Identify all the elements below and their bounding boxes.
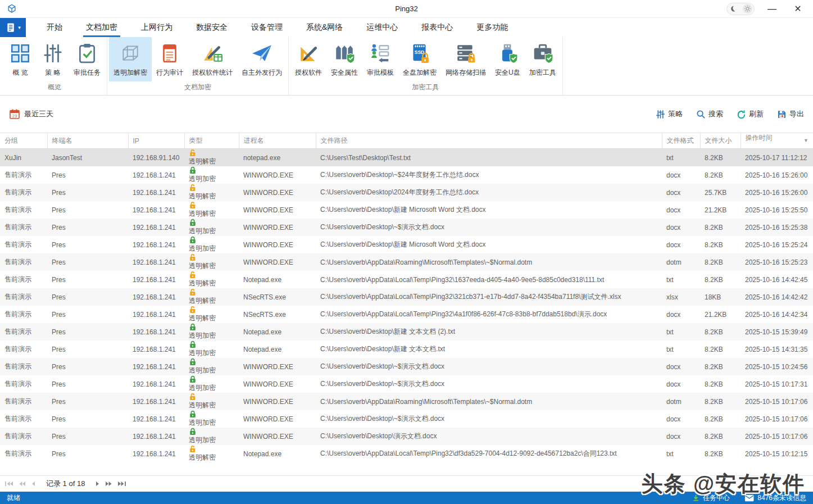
ribbon-item-approval-template[interactable]: 审批模板	[362, 37, 398, 81]
search-button[interactable]: 搜索	[696, 109, 723, 119]
cell-group: 售前演示	[0, 393, 47, 410]
column-header-7[interactable]: 文件大小	[700, 133, 741, 149]
table-row[interactable]: 售前演示Pres192.168.1.241透明加密WINWORD.EXEC:\U…	[0, 236, 813, 253]
pager-last-button[interactable]	[117, 481, 126, 487]
fence-shield-icon	[334, 43, 355, 64]
column-header-6[interactable]: 文件格式	[662, 133, 700, 149]
column-header-2[interactable]: IP	[128, 133, 184, 149]
table-row[interactable]: 售前演示Pres192.168.1.241透明加密WINWORD.EXEC:\U…	[0, 166, 813, 184]
ribbon-group-label: 加密工具	[290, 81, 561, 95]
table-row[interactable]: 售前演示Pres192.168.1.241透明加密Notepad.exeC:\U…	[0, 323, 813, 340]
table-row[interactable]: 售前演示Pres192.168.1.241透明加密WINWORD.EXEC:\U…	[0, 410, 813, 428]
cell-type: 透明加密	[184, 323, 239, 340]
column-header-3[interactable]: 类型	[184, 133, 239, 149]
cell-time: 2025-10-15 10:17:31	[741, 375, 813, 393]
app-menu-button[interactable]: ▾	[0, 18, 26, 37]
table-row[interactable]: 售前演示Pres192.168.1.241透明解密Notepad.exeC:\U…	[0, 445, 813, 462]
audit-document-icon	[159, 43, 180, 64]
menu-tab-3[interactable]: 数据安全	[184, 18, 239, 37]
menu-tab-4[interactable]: 设备管理	[239, 18, 294, 37]
table-row[interactable]: 售前演示Pres192.168.1.241透明加密WINWORD.EXEC:\U…	[0, 219, 813, 236]
cell-ip: 192.168.1.241	[128, 428, 184, 445]
theme-toggle[interactable]	[726, 3, 755, 15]
column-header-4[interactable]: 进程名	[239, 133, 316, 149]
ribbon-item-ssd-lock[interactable]: SSD全盘加解密	[398, 37, 441, 81]
menu-tab-5[interactable]: 系统&网络	[294, 18, 355, 37]
ribbon-item-server-lock[interactable]: 网络存储扫描	[441, 37, 490, 81]
ribbon-group-0: 概 览策 略审批任务概览	[2, 37, 107, 95]
pager-prev-button[interactable]	[31, 481, 35, 487]
cell-group: 售前演示	[0, 166, 47, 184]
cell-terminal: JasonTest	[47, 149, 128, 167]
cell-time: 2025-10-15 10:24:56	[741, 358, 813, 375]
export-button[interactable]: 导出	[777, 109, 804, 119]
menu-tab-8[interactable]: 更多功能	[465, 18, 520, 37]
table-row[interactable]: 售前演示Pres192.168.1.241透明解密WINWORD.EXEC:\U…	[0, 201, 813, 219]
cell-terminal: Pres	[47, 340, 128, 358]
minimize-button[interactable]: —	[764, 1, 780, 17]
cell-path: C:\Users\overb\Desktop\~$演示文档.docx	[316, 410, 662, 428]
approval-clipboard-icon	[76, 43, 98, 64]
ribbon-group-1: 透明加解密行为审计授权软件统计自主外发行为文档加密	[107, 37, 289, 95]
cell-format: docx	[662, 166, 700, 184]
unread-messages-button[interactable]: 8476条未读信息	[744, 493, 806, 503]
cell-format: txt	[662, 149, 700, 167]
table-row[interactable]: 售前演示Pres192.168.1.241透明解密WINWORD.EXEC:\U…	[0, 393, 813, 410]
date-filter[interactable]: 23 最近三天	[9, 108, 53, 120]
ribbon-item-usb-shield[interactable]: 安全U盘	[490, 37, 525, 81]
ribbon-item-approval-clipboard[interactable]: 审批任务	[69, 37, 105, 81]
ribbon-item-overview-grid[interactable]: 概 览	[4, 37, 37, 81]
pager-first-button[interactable]	[4, 481, 13, 487]
menu-tab-1[interactable]: 文档加密	[74, 18, 129, 37]
table-row[interactable]: XuJinJasonTest192.168.91.140透明解密notepad.…	[0, 149, 813, 167]
ribbon-item-paper-plane[interactable]: 自主外发行为	[237, 37, 287, 81]
table-row[interactable]: 售前演示Pres192.168.1.241透明解密NSecRTS.exeC:\U…	[0, 288, 813, 306]
cell-type: 透明加密	[184, 375, 239, 393]
column-filter-arrow-icon[interactable]: ▼	[803, 133, 809, 148]
table-row[interactable]: 售前演示Pres192.168.1.241透明解密Notepad.exeC:\U…	[0, 271, 813, 288]
column-header-1[interactable]: 终端名	[47, 133, 128, 149]
column-header-8[interactable]: 操作时间▼	[741, 133, 813, 149]
pager-fast-next-button[interactable]	[105, 481, 112, 487]
column-header-5[interactable]: 文件路径	[316, 133, 662, 149]
pager-next-button[interactable]	[96, 481, 100, 487]
close-button[interactable]: ✕	[789, 1, 806, 17]
cell-format: docx	[662, 410, 700, 428]
cell-ip: 192.168.1.241	[128, 393, 184, 410]
menu-tab-7[interactable]: 报表中心	[410, 18, 465, 37]
pager-fast-prev-button[interactable]	[19, 481, 26, 487]
menu-tab-2[interactable]: 上网行为	[129, 18, 184, 37]
table-row[interactable]: 售前演示Pres192.168.1.241透明解密NSecRTS.exeC:\U…	[0, 306, 813, 323]
task-center-button[interactable]: 任务中心	[692, 493, 730, 503]
table-row[interactable]: 售前演示Pres192.168.1.241透明加密WINWORD.EXEC:\U…	[0, 428, 813, 445]
table-row[interactable]: 售前演示Pres192.168.1.241透明加密Notepad.exeC:\U…	[0, 340, 813, 358]
ribbon-item-transparent-cube[interactable]: 透明加解密	[109, 37, 152, 81]
cell-path: C:\Users\overb\AppData\Local\Temp\Ping32…	[316, 288, 662, 306]
ribbon-item-software-stats[interactable]: 授权软件统计	[188, 37, 237, 81]
cell-format: docx	[662, 201, 700, 219]
window-title: Ping32	[0, 4, 813, 13]
ribbon-item-briefcase-shield[interactable]: 加密工具	[525, 37, 561, 81]
cell-format: txt	[662, 323, 700, 340]
ribbon: 概 览策 略审批任务概览透明加解密行为审计授权软件统计自主外发行为文档加密授权软…	[0, 37, 813, 96]
table-row[interactable]: 售前演示Pres192.168.1.241透明加密WINWORD.EXEC:\U…	[0, 375, 813, 393]
ribbon-item-ruler-pencil[interactable]: 授权软件	[290, 37, 326, 81]
ribbon-item-audit-document[interactable]: 行为审计	[152, 37, 188, 81]
chevron-down-icon: ▾	[18, 25, 21, 30]
ribbon-item-policy-sliders[interactable]: 策 略	[37, 37, 69, 81]
table-row[interactable]: 售前演示Pres192.168.1.241透明解密WINWORD.EXEC:\U…	[0, 253, 813, 271]
refresh-button[interactable]: 刷新	[737, 109, 764, 119]
menu-tabs: 开始文档加密上网行为数据安全设备管理系统&网络运维中心报表中心更多功能	[35, 18, 520, 37]
ribbon-item-fence-shield[interactable]: 安全属性	[326, 37, 362, 81]
cell-type: 透明加密	[184, 358, 239, 375]
menu-tab-0[interactable]: 开始	[35, 18, 74, 37]
policy-button[interactable]: 策略	[656, 109, 683, 119]
lock-open-icon	[189, 306, 234, 314]
table-row[interactable]: 售前演示Pres192.168.1.241透明解密WINWORD.EXEC:\U…	[0, 184, 813, 201]
cell-terminal: Pres	[47, 219, 128, 236]
cell-time: 2025-10-16 14:42:34	[741, 306, 813, 323]
table-row[interactable]: 售前演示Pres192.168.1.241透明加密WINWORD.EXEC:\U…	[0, 358, 813, 375]
column-header-0[interactable]: 分组	[0, 133, 47, 149]
menu-tab-6[interactable]: 运维中心	[355, 18, 410, 37]
cell-ip: 192.168.1.241	[128, 323, 184, 340]
